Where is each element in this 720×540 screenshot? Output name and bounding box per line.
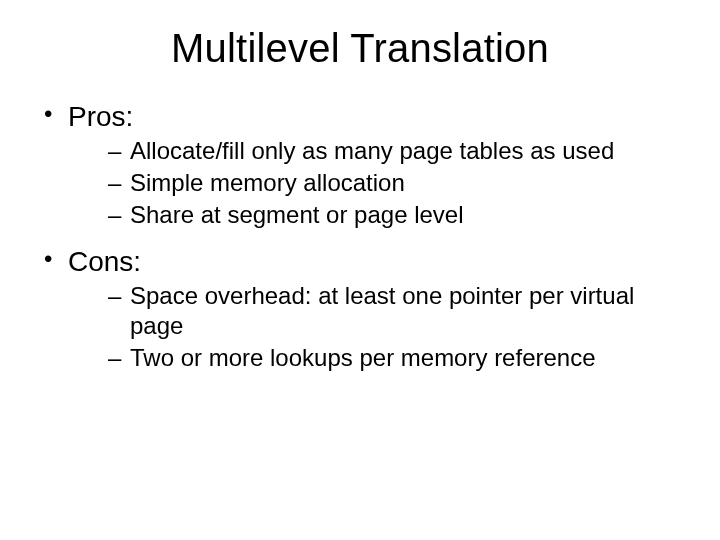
sub-item: Allocate/fill only as many page tables a… [108, 136, 684, 166]
sub-list: Space overhead: at least one pointer per… [68, 281, 684, 373]
sub-item: Share at segment or page level [108, 200, 684, 230]
bullet-label: Pros: [68, 101, 133, 132]
slide-title: Multilevel Translation [36, 26, 684, 71]
sub-item: Two or more lookups per memory reference [108, 343, 684, 373]
bullet-list: Pros: Allocate/fill only as many page ta… [36, 99, 684, 373]
slide: Multilevel Translation Pros: Allocate/fi… [0, 0, 720, 540]
bullet-pros: Pros: Allocate/fill only as many page ta… [42, 99, 684, 230]
sub-list: Allocate/fill only as many page tables a… [68, 136, 684, 230]
sub-item: Space overhead: at least one pointer per… [108, 281, 684, 341]
sub-item: Simple memory allocation [108, 168, 684, 198]
bullet-label: Cons: [68, 246, 141, 277]
bullet-cons: Cons: Space overhead: at least one point… [42, 244, 684, 373]
